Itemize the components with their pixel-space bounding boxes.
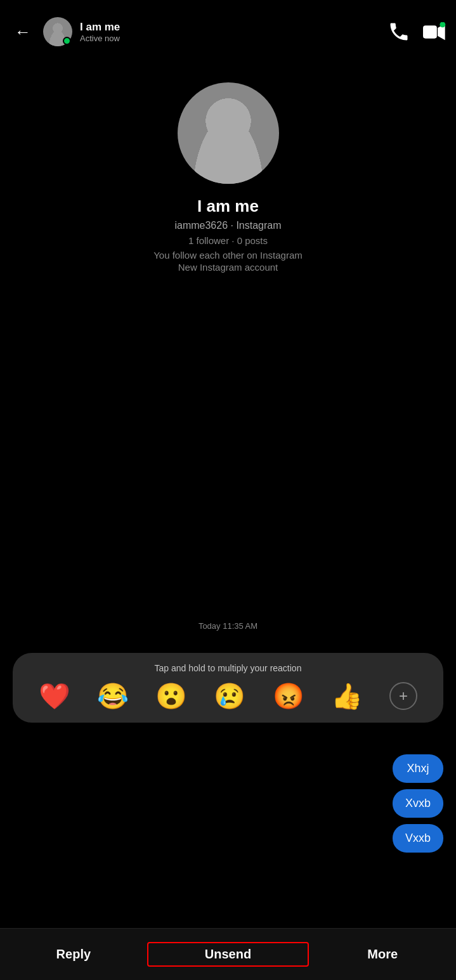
profile-username: iamme3626 · Instagram — [174, 220, 281, 231]
reaction-hint: Tap and hold to multiply your reaction — [25, 663, 431, 673]
message-bubble-1: Xhxj — [393, 754, 443, 783]
back-arrow-icon: ← — [15, 22, 31, 42]
header-actions — [388, 20, 446, 43]
reaction-laugh[interactable]: 😂 — [97, 683, 129, 709]
message-bubble-2: Xvxb — [393, 789, 443, 818]
contact-status: Active now — [80, 34, 380, 43]
bottom-action-bar: Reply Unsend More — [0, 928, 456, 980]
video-icon — [423, 22, 446, 42]
profile-avatar — [178, 82, 279, 184]
profile-section: I am me iamme3626 · Instagram 1 follower… — [0, 63, 456, 273]
message-timestamp: Today 11:35 AM — [0, 621, 456, 631]
plus-icon: + — [399, 687, 408, 705]
call-button[interactable] — [388, 20, 410, 43]
reaction-heart[interactable]: ❤️ — [39, 683, 70, 709]
reaction-more-button[interactable]: + — [389, 682, 417, 710]
reaction-emoji-row: ❤️ 😂 😮 😢 😡 👍 + — [25, 682, 431, 710]
reply-button[interactable]: Reply — [0, 941, 147, 968]
header-info: I am me Active now — [80, 21, 380, 43]
profile-name: I am me — [197, 197, 259, 216]
profile-stats: 1 follower · 0 posts — [188, 235, 268, 246]
svg-rect-0 — [423, 25, 437, 39]
reaction-thumbsup[interactable]: 👍 — [331, 683, 363, 709]
reaction-wow[interactable]: 😮 — [155, 683, 187, 709]
profile-new-account: New Instagram account — [178, 262, 278, 273]
contact-name: I am me — [80, 21, 380, 34]
back-button[interactable]: ← — [10, 19, 36, 44]
header: ← I am me Active now — [0, 0, 456, 63]
profile-avatar-shape — [178, 82, 279, 184]
messages-area: Xhxj Xvxb Vxxb — [393, 754, 443, 853]
video-call-button[interactable] — [423, 20, 446, 43]
active-status-dot — [63, 37, 71, 45]
message-bubble-3: Vxxb — [393, 824, 443, 853]
reaction-cry[interactable]: 😢 — [214, 683, 245, 709]
reaction-popup: Tap and hold to multiply your reaction ❤… — [13, 653, 443, 723]
phone-icon — [388, 20, 410, 43]
profile-mutual: You follow each other on Instagram — [153, 250, 303, 261]
unsend-button[interactable]: Unsend — [147, 942, 309, 967]
reaction-angry[interactable]: 😡 — [273, 683, 304, 709]
header-avatar-wrap — [43, 17, 72, 46]
more-button[interactable]: More — [309, 941, 456, 968]
